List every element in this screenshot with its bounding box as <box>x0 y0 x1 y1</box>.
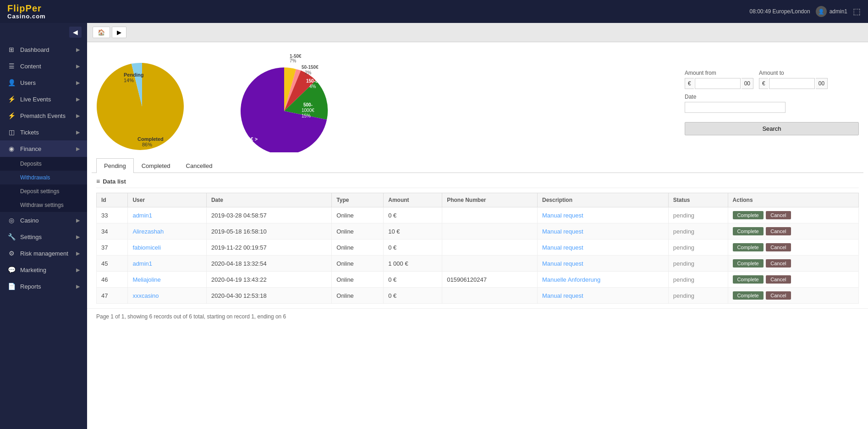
svg-text:15%: 15% <box>302 113 311 118</box>
breadcrumb-home-button[interactable]: 🏠 <box>93 27 110 38</box>
sidebar-item-dashboard[interactable]: ⊞ Dashboard ▶ <box>0 41 87 58</box>
cell-id: 34 <box>97 223 128 240</box>
sidebar-item-finance[interactable]: ◉ Finance ▶ <box>0 140 87 157</box>
complete-button[interactable]: Complete <box>733 275 764 284</box>
sidebar-item-risk-management[interactable]: ⚙ Risk management ▶ <box>0 245 87 262</box>
cancel-button[interactable]: Cancel <box>766 243 791 251</box>
table-row: 33 admin1 2019-03-28 04:58:57 Online 0 €… <box>97 207 859 223</box>
svg-text:150-500€: 150-500€ <box>306 78 326 84</box>
data-list-title: Data list <box>103 178 126 185</box>
table-row: 46 Meliajoline 2020-04-19 13:43:22 Onlin… <box>97 272 859 288</box>
sidebar-toggle-button[interactable]: ◀ <box>69 27 82 38</box>
content-area: Pending 14% Completed 86% <box>87 42 868 429</box>
content-arrow: ▶ <box>76 63 80 69</box>
complete-button[interactable]: Complete <box>733 211 764 219</box>
amount-to-currency: € <box>759 78 768 89</box>
logout-icon[interactable]: ⬚ <box>853 6 861 17</box>
cell-phone: 015906120247 <box>442 272 538 288</box>
marketing-arrow: ▶ <box>76 267 80 273</box>
cell-type: Online <box>332 272 384 288</box>
cancel-button[interactable]: Cancel <box>766 211 791 219</box>
date-input[interactable] <box>685 102 786 113</box>
table-row: 45 admin1 2020-04-18 13:32:54 Online 1 0… <box>97 256 859 272</box>
sidebar-item-settings[interactable]: 🔧 Settings ▶ <box>0 228 87 245</box>
sidebar-item-tickets[interactable]: ◫ Tickets ▶ <box>0 124 87 140</box>
sidebar-item-casino[interactable]: ◎ Casino ▶ <box>0 212 87 228</box>
amount-to-input[interactable] <box>769 78 815 89</box>
cell-type: Online <box>332 240 384 256</box>
amount-from-input[interactable] <box>695 78 741 89</box>
table-row: 34 Alirezashah 2019-05-18 16:58:10 Onlin… <box>97 223 859 240</box>
sidebar-marketing-label: Marketing <box>20 267 46 273</box>
cell-id: 47 <box>97 288 128 304</box>
casino-arrow: ▶ <box>76 217 80 223</box>
cell-actions: Complete Cancel <box>728 272 858 288</box>
sidebar-item-marketing[interactable]: 💬 Marketing ▶ <box>0 262 87 278</box>
pie-charts-wrapper: Pending 14% Completed 86% <box>96 51 344 154</box>
cell-type: Online <box>332 223 384 240</box>
deposits-label: Deposits <box>20 161 42 167</box>
col-id: Id <box>97 193 128 207</box>
status-pie-chart: Pending 14% Completed 86% <box>96 51 188 154</box>
sidebar-item-live-events[interactable]: ⚡ Live Events ▶ <box>0 91 87 107</box>
tab-completed[interactable]: Completed <box>134 158 178 173</box>
cell-phone <box>442 207 538 223</box>
cell-amount: 0 € <box>384 240 442 256</box>
sidebar-users-label: Users <box>20 79 36 86</box>
svg-text:1000€: 1000€ <box>302 108 314 113</box>
amount-to-suffix: 00 <box>816 78 828 89</box>
cell-id: 37 <box>97 240 128 256</box>
complete-button[interactable]: Complete <box>733 259 764 267</box>
table-row: 47 xxxcasino 2020-04-30 12:53:18 Online … <box>97 288 859 304</box>
svg-text:4%: 4% <box>309 84 316 89</box>
dashboard-icon: ⊞ <box>7 46 16 53</box>
cell-amount: 0 € <box>384 288 442 304</box>
users-icon: 👤 <box>7 79 16 86</box>
svg-text:2%: 2% <box>305 70 312 75</box>
sidebar-item-users[interactable]: 👤 Users ▶ <box>0 74 87 91</box>
risk-icon: ⚙ <box>7 250 16 257</box>
sidebar-item-reports[interactable]: 📄 Reports ▶ <box>0 278 87 295</box>
cell-date: 2020-04-18 13:32:54 <box>206 256 331 272</box>
complete-button[interactable]: Complete <box>733 243 764 251</box>
cell-status: pending <box>668 223 728 240</box>
sidebar-content-label: Content <box>20 63 41 70</box>
search-button[interactable]: Search <box>685 122 859 135</box>
cell-actions: Complete Cancel <box>728 288 858 304</box>
breadcrumb-forward-button[interactable]: ▶ <box>112 27 126 38</box>
cell-type: Online <box>332 288 384 304</box>
complete-button[interactable]: Complete <box>733 291 764 300</box>
settings-icon: 🔧 <box>7 233 16 240</box>
amount-from-group: Amount from € 00 <box>685 70 753 89</box>
sidebar-item-content[interactable]: ☰ Content ▶ <box>0 58 87 74</box>
sidebar-sub-deposits[interactable]: Deposits <box>0 157 87 171</box>
tab-cancelled[interactable]: Cancelled <box>178 158 220 173</box>
svg-text:1000€ >: 1000€ > <box>239 136 258 142</box>
svg-text:500-: 500- <box>303 102 313 107</box>
amount-to-label: Amount to <box>759 70 828 76</box>
sidebar-casino-label: Casino <box>20 217 38 224</box>
table-row: 37 fabiomiceli 2019-11-22 00:19:57 Onlin… <box>97 240 859 256</box>
cancel-button[interactable]: Cancel <box>766 227 791 235</box>
cancel-button[interactable]: Cancel <box>766 275 791 284</box>
sidebar-sub-withdraw-settings[interactable]: Withdraw settings <box>0 198 87 212</box>
cell-status: pending <box>668 272 728 288</box>
tickets-icon: ◫ <box>7 128 16 136</box>
finance-submenu: Deposits Withdrawals Deposit settings Wi… <box>0 157 87 212</box>
hamburger-icon: ≡ <box>96 178 100 185</box>
cell-description: Manual request <box>538 240 669 256</box>
tab-pending[interactable]: Pending <box>96 158 134 173</box>
cell-id: 45 <box>97 256 128 272</box>
cancel-button[interactable]: Cancel <box>766 291 791 300</box>
svg-text:14%: 14% <box>124 78 134 83</box>
col-amount: Amount <box>384 193 442 207</box>
main-content: 🏠 ▶ <box>87 23 868 429</box>
cell-description: Manual request <box>538 256 669 272</box>
cancel-button[interactable]: Cancel <box>766 259 791 267</box>
sidebar-item-prematch-events[interactable]: ⚡ Prematch Events ▶ <box>0 107 87 124</box>
complete-button[interactable]: Complete <box>733 227 764 235</box>
sidebar-sub-withdrawals[interactable]: Withdrawals <box>0 171 87 184</box>
cell-user: Alirezashah <box>128 223 207 240</box>
sidebar-sub-deposit-settings[interactable]: Deposit settings <box>0 184 87 198</box>
prematch-arrow: ▶ <box>76 113 80 119</box>
